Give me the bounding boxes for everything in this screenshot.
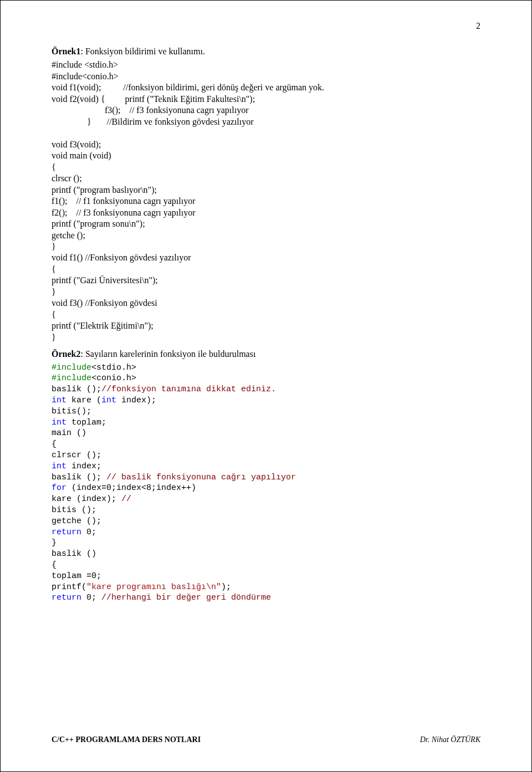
section1-code: #include <stdio.h> #include<conio.h> voi… bbox=[52, 59, 480, 343]
code-token: getche (); bbox=[52, 517, 101, 526]
code-token: int bbox=[52, 418, 66, 427]
code-token: int bbox=[101, 396, 116, 405]
code-line: for (index=0;index<8;index++) bbox=[52, 483, 480, 494]
code-token: printf( bbox=[52, 582, 86, 592]
page-number: 2 bbox=[476, 21, 480, 32]
section2-code: #include<stdio.h>#include<conio.h>baslik… bbox=[52, 362, 480, 604]
code-token: // bbox=[121, 494, 131, 504]
code-token: baslik (); bbox=[52, 385, 101, 394]
section2-title: Örnek2: Sayıların karelerinin fonksiyon … bbox=[52, 349, 480, 360]
document-page: 2 Örnek1: Fonksiyon bildirimi ve kullanı… bbox=[0, 0, 532, 772]
code-token: #include bbox=[52, 363, 91, 372]
code-token: #include bbox=[52, 374, 91, 383]
code-line: printf("kare programını baslığı\n"); bbox=[52, 582, 480, 593]
code-token: <stdio.h> bbox=[91, 363, 136, 372]
code-line: main () bbox=[52, 428, 480, 439]
code-token: toplam =0; bbox=[52, 571, 101, 581]
footer-title: C/C++ PROGRAMLAMA DERS NOTLARI bbox=[52, 735, 201, 745]
code-line: { bbox=[52, 439, 480, 450]
code-token: index; bbox=[66, 462, 101, 471]
page-footer: C/C++ PROGRAMLAMA DERS NOTLARI Dr. Nihat… bbox=[52, 735, 480, 745]
code-line: baslik (); // baslik fonksiyonuna cağrı … bbox=[52, 472, 480, 483]
code-token: "kare programını baslığı\n" bbox=[86, 582, 221, 592]
code-token: return bbox=[52, 593, 81, 602]
code-token: index); bbox=[116, 396, 156, 405]
code-token: <conio.h> bbox=[91, 374, 136, 383]
code-line: #include<conio.h> bbox=[52, 373, 480, 384]
code-line: bitis(); bbox=[52, 406, 480, 417]
code-line: int kare (int index); bbox=[52, 395, 480, 406]
code-token: //fonksiyon tanımına dikkat ediniz. bbox=[101, 385, 276, 394]
code-token: clrscr (); bbox=[52, 451, 101, 460]
code-line: int toplam; bbox=[52, 417, 480, 428]
code-token: int bbox=[52, 396, 66, 405]
code-token: { bbox=[52, 560, 57, 570]
code-line: getche (); bbox=[52, 516, 480, 527]
code-line: baslik ();//fonksiyon tanımına dikkat ed… bbox=[52, 384, 480, 395]
code-token: for bbox=[52, 483, 66, 493]
code-token: return bbox=[52, 528, 81, 537]
code-token: main () bbox=[52, 428, 86, 438]
code-token: 0; bbox=[81, 593, 101, 602]
code-token: toplam; bbox=[66, 418, 106, 427]
code-line: bitis (); bbox=[52, 505, 480, 516]
section2-title-rest: : Sayıların karelerinin fonksiyon ile bu… bbox=[80, 349, 255, 359]
code-line: clrscr (); bbox=[52, 450, 480, 461]
code-line: kare (index); // bbox=[52, 494, 480, 505]
section2-title-bold: Örnek2 bbox=[52, 349, 80, 359]
code-line: #include<stdio.h> bbox=[52, 362, 480, 374]
section1-title-rest: : Fonksiyon bildirimi ve kullanımı. bbox=[80, 47, 204, 56]
section1-title: Örnek1: Fonksiyon bildirimi ve kullanımı… bbox=[52, 46, 480, 57]
code-token: baslik () bbox=[52, 549, 96, 559]
code-token: int bbox=[52, 462, 66, 471]
code-token: bitis(); bbox=[52, 407, 91, 416]
footer-author: Dr. Nihat ÖZTÜRK bbox=[420, 735, 480, 745]
section1-title-bold: Örnek1 bbox=[52, 47, 80, 56]
code-line: return 0; bbox=[52, 527, 480, 538]
code-token: bitis (); bbox=[52, 505, 96, 515]
code-token: (index=0;index<8;index++) bbox=[66, 483, 196, 493]
code-token: kare ( bbox=[66, 396, 101, 405]
code-token: baslik (); bbox=[52, 473, 106, 482]
code-line: { bbox=[52, 560, 480, 571]
code-token: { bbox=[52, 439, 57, 449]
code-token: } bbox=[52, 538, 57, 548]
code-token: kare (index); bbox=[52, 494, 121, 504]
code-line: } bbox=[52, 538, 480, 549]
code-token: //herhangi bir değer geri döndürme bbox=[101, 593, 271, 602]
code-line: baslik () bbox=[52, 549, 480, 560]
code-token: ); bbox=[221, 582, 231, 592]
code-line: toplam =0; bbox=[52, 571, 480, 582]
code-line: return 0; //herhangi bir değer geri dönd… bbox=[52, 592, 480, 604]
code-line: int index; bbox=[52, 461, 480, 472]
code-token: // baslik fonksiyonuna cağrı yapılıyor bbox=[106, 473, 296, 482]
code-token: 0; bbox=[81, 528, 96, 537]
